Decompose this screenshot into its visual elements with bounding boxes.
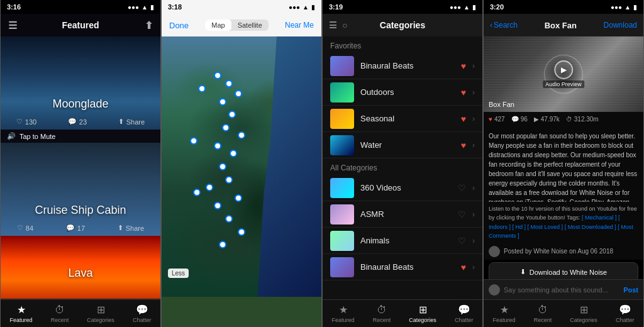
map-btn[interactable]: Map (205, 19, 231, 31)
cruise-comments[interactable]: 💬 17 (66, 224, 85, 232)
nav-categories[interactable]: ⊞ Categories (87, 304, 114, 323)
zoom-label[interactable]: Less (168, 269, 189, 278)
heart-filled-5[interactable]: ♥ (461, 262, 466, 272)
chevron-8: › (472, 263, 475, 272)
cruise-share[interactable]: ⬆ Share (118, 224, 144, 232)
map-pin[interactable] (193, 189, 201, 196)
cat-360[interactable]: 360 Videos ♡ › (323, 175, 482, 201)
comment-input[interactable]: Say something about this sound... (504, 286, 619, 294)
fan-description: Our most popular fan sound to help you s… (484, 126, 643, 202)
cruise-likes[interactable]: ♡ 84 (17, 224, 33, 232)
outdoors-thumb (330, 82, 354, 103)
map-pin[interactable] (238, 228, 245, 236)
star-icon: ★ (17, 304, 26, 316)
map-pin[interactable] (198, 85, 206, 92)
map-pin[interactable] (225, 215, 233, 223)
map-pin[interactable] (225, 176, 233, 184)
cat-outdoors-fav[interactable]: Outdoors ♥ › (323, 79, 482, 106)
nav-recent-3[interactable]: ⏱ Recent (373, 304, 391, 323)
stat-likes[interactable]: ♥ 427 (489, 116, 505, 123)
binaural-name: Binaural Beats (360, 61, 455, 70)
nav-featured[interactable]: ★ Featured (10, 304, 33, 323)
moonglade-share[interactable]: ⬆ Share (118, 118, 145, 126)
animals-thumb (330, 231, 354, 251)
cat-chimes[interactable]: Chimes ♡ › (323, 280, 482, 282)
map-pin[interactable] (219, 163, 226, 170)
map-pin[interactable] (230, 150, 237, 157)
heart-filled-3[interactable]: ♥ (461, 114, 466, 124)
cruise-card[interactable]: Cruise Ship Cabin ♡ 84 💬 17 ⬆ Share (1, 143, 160, 236)
map-pin[interactable] (206, 184, 213, 191)
nav-chatter-3[interactable]: 💬 Chatter (455, 304, 474, 323)
mute-banner[interactable]: 🔊 Tap to Mute (1, 130, 160, 143)
tag-hd[interactable]: [ Hd ] (513, 224, 526, 230)
cat-seasonal-fav[interactable]: Seasonal ♥ › (323, 106, 482, 132)
audio-preview-badge[interactable]: ▶ Audio Preview (543, 60, 584, 88)
nav-recent-4[interactable]: ⏱ Recent (534, 304, 552, 323)
play-button[interactable]: ▶ (554, 60, 573, 79)
heart-empty-2[interactable]: ♡ (458, 209, 466, 219)
heart-empty-1[interactable]: ♡ (458, 183, 466, 193)
heart-filled-2[interactable]: ♥ (461, 87, 466, 97)
nav-chatter-4[interactable]: 💬 Chatter (616, 304, 635, 323)
heart-filled-4[interactable]: ♥ (461, 140, 466, 150)
stat-comments[interactable]: 💬 96 (511, 116, 528, 123)
cat-asmr[interactable]: ASMR ♡ › (323, 201, 482, 228)
heart-empty-3[interactable]: ♡ (458, 236, 466, 246)
bottom-nav-4: ★ Featured ⏱ Recent ⊞ Categories 💬 Chatt… (484, 299, 643, 327)
map-pin[interactable] (235, 194, 242, 202)
menu-icon[interactable]: ☰ (8, 19, 17, 31)
map-pin[interactable] (235, 90, 242, 97)
clock-icon-4: ⏱ (538, 304, 548, 316)
nav-featured-3[interactable]: ★ Featured (332, 304, 355, 323)
map-pin[interactable] (214, 202, 221, 209)
clock-icon-3: ⏱ (377, 304, 387, 316)
near-me-button[interactable]: Near Me (285, 21, 314, 30)
back-button[interactable]: ‹ Search (490, 21, 518, 30)
menu-icon-3[interactable]: ☰ (329, 20, 337, 30)
grid-icon: ⊞ (97, 304, 105, 316)
map-pin[interactable] (219, 98, 226, 106)
nav-recent[interactable]: ⏱ Recent (51, 304, 69, 323)
poster-avatar (489, 246, 500, 257)
featured-top-bar: ☰ Featured ⬆ (1, 14, 160, 36)
map-pin[interactable] (228, 111, 236, 118)
tag-most-loved[interactable]: [ Most Loved ] (528, 224, 564, 230)
map-pin[interactable] (238, 131, 245, 139)
map-pin[interactable] (214, 142, 221, 150)
cat-binaural-all[interactable]: Binaural Beats ♥ › (323, 254, 482, 280)
map-pin[interactable] (190, 137, 197, 145)
moonglade-comments[interactable]: 💬 23 (68, 118, 87, 126)
done-button[interactable]: Done (169, 21, 189, 30)
map-pin[interactable] (225, 80, 233, 87)
moonglade-card[interactable]: Moonglade ♡ 130 💬 23 ⬆ Share (1, 36, 160, 130)
phone-2-map: 3:18 ●●● ▲ ▮ Done Map Satellite Near Me (161, 0, 322, 327)
moonglade-likes[interactable]: ♡ 130 (16, 118, 36, 126)
map-pin[interactable] (222, 124, 230, 131)
heart-filled-1[interactable]: ♥ (461, 61, 466, 71)
tag-most-downloaded[interactable]: [ Most Downloaded ] (565, 224, 616, 230)
map-pin[interactable] (219, 241, 226, 248)
fan-hero-image[interactable]: ▶ Audio Preview Box Fan (484, 36, 643, 112)
nav-categories-3[interactable]: ⊞ Categories (409, 304, 436, 323)
boxfan-title: Box Fan (545, 21, 577, 30)
status-icons-1: ●●● ▲ ▮ (128, 4, 154, 11)
chat-icon-3: 💬 (458, 304, 470, 316)
cat-binaural-fav[interactable]: Binaural Beats ♥ › (323, 53, 482, 79)
share-icon[interactable]: ⬆ (145, 19, 153, 31)
post-button[interactable]: Post (623, 286, 638, 294)
download-top-btn[interactable]: Download (604, 21, 637, 30)
categories-scroll[interactable]: Favorites Binaural Beats ♥ › Outdoors ♥ … (323, 36, 482, 282)
nav-chatter[interactable]: 💬 Chatter (133, 304, 152, 323)
tag-mechanical[interactable]: [ Mechanical ] (582, 214, 617, 221)
map-view[interactable]: Less (162, 36, 321, 297)
chevron-back-icon: ‹ (490, 21, 492, 30)
map-pin[interactable] (214, 72, 221, 79)
lava-card[interactable]: Lava (1, 236, 160, 299)
nav-categories-4[interactable]: ⊞ Categories (570, 304, 597, 323)
cat-water-fav[interactable]: Water ♥ › (323, 132, 482, 158)
satellite-btn[interactable]: Satellite (231, 19, 269, 31)
water-thumb (330, 135, 354, 155)
nav-featured-4[interactable]: ★ Featured (493, 304, 516, 323)
cat-animals[interactable]: Animals ♡ › (323, 228, 482, 254)
